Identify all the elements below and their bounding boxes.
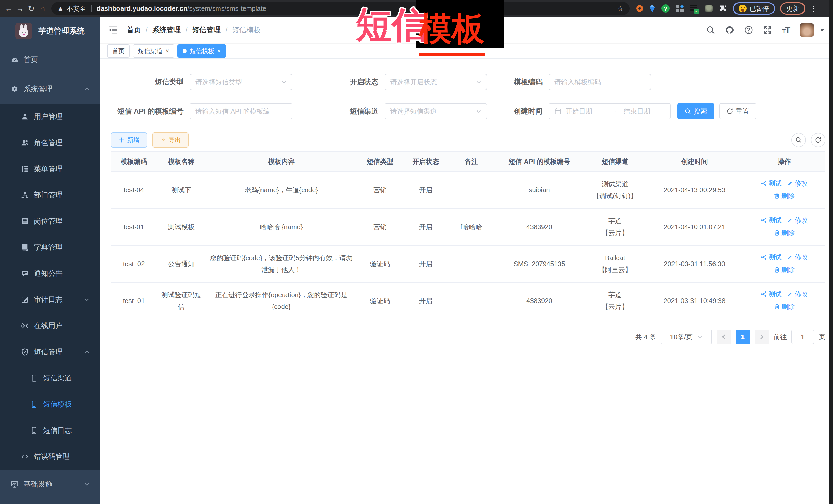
export-button[interactable]: 导出 <box>152 132 189 148</box>
chevron-down-icon[interactable] <box>820 27 825 32</box>
filter-input-1-0[interactable]: 请输入短信 API 的模板编 <box>190 103 292 119</box>
browser-reload-icon[interactable]: ↻ <box>26 4 37 13</box>
sidebar-item-sms-log[interactable]: 短信日志 <box>0 417 100 443</box>
page-size-select[interactable]: 10条/页 <box>661 330 712 344</box>
browser-update-button[interactable]: 更新 <box>780 2 805 15</box>
github-icon[interactable] <box>725 26 734 34</box>
tab-2-active[interactable]: 短信模板× <box>177 44 226 58</box>
column-header: 操作 <box>743 151 825 171</box>
sidebar-item-home[interactable]: 首页 <box>0 45 100 74</box>
edit-link[interactable]: 修改 <box>787 251 808 263</box>
test-link[interactable]: 测试 <box>761 288 782 300</box>
edit-icon <box>787 254 793 260</box>
fullscreen-icon[interactable] <box>763 26 772 34</box>
cell-name: 测试模板 <box>157 209 206 245</box>
shield-check-icon <box>21 348 29 356</box>
help-icon[interactable] <box>744 26 753 34</box>
sidebar-item-system[interactable]: 系统管理 <box>0 74 100 103</box>
bookmark-star-icon[interactable]: ☆ <box>617 4 623 13</box>
tab-0[interactable]: 首页 <box>107 44 130 58</box>
browser-back-icon[interactable]: ← <box>3 4 14 13</box>
search-icon[interactable] <box>706 26 715 34</box>
close-icon[interactable]: × <box>166 48 169 54</box>
user-avatar[interactable] <box>800 23 813 37</box>
ext-grid-icon[interactable] <box>676 4 684 13</box>
filter-select-0-0[interactable]: 请选择短信类型 <box>190 74 292 90</box>
delete-link[interactable]: 删除 <box>774 264 795 275</box>
paused-label: 已暂停 <box>750 4 769 13</box>
sidebar-item-dept-mgmt[interactable]: 部门管理 <box>0 182 100 208</box>
edit-link[interactable]: 修改 <box>787 177 808 189</box>
sidebar-item-post-mgmt[interactable]: 岗位管理 <box>0 208 100 234</box>
browser-menu-icon[interactable]: ⋮ <box>810 4 817 13</box>
filter-input-0-2[interactable]: 请输入模板编码 <box>549 74 651 90</box>
delete-link[interactable]: 删除 <box>774 190 795 202</box>
ext-kite-icon[interactable] <box>649 4 655 13</box>
profile-paused-button[interactable]: 已暂停 <box>733 2 775 15</box>
ext-y-icon[interactable]: y <box>662 4 670 13</box>
goto-page-input[interactable] <box>791 330 814 344</box>
tab-1[interactable]: 短信渠道× <box>133 44 174 58</box>
add-button[interactable]: 新增 <box>111 132 147 148</box>
sidebar-item-notice[interactable]: 通知公告 <box>0 261 100 287</box>
reset-button[interactable]: 重置 <box>719 103 756 119</box>
address-bar[interactable]: ▲ 不安全 dashboard.yudao.iocoder.cn/system/… <box>51 2 630 15</box>
org-tree-icon <box>21 191 29 199</box>
cell-created_at: 2021-04-13 00:29:53 <box>646 171 743 209</box>
browser-home-icon[interactable]: ⌂ <box>37 4 48 13</box>
sidebar-item-role-mgmt[interactable]: 角色管理 <box>0 130 100 156</box>
prev-page-button[interactable] <box>717 330 731 344</box>
toggle-search-button[interactable] <box>791 133 806 147</box>
ext-puzzle-icon[interactable] <box>719 5 727 12</box>
sidebar-item-audit-log[interactable]: 审计日志 <box>0 287 100 313</box>
sidebar-item-online-user[interactable]: 在线用户 <box>0 313 100 339</box>
delete-link[interactable]: 删除 <box>774 227 795 239</box>
trash-icon <box>774 193 780 199</box>
app-logo[interactable]: 芋道管理系统 <box>0 17 100 45</box>
filter-daterange-1-2[interactable]: 开始日期-结束日期 <box>549 103 671 119</box>
breadcrumb-system[interactable]: 系统管理 <box>152 25 181 35</box>
edit-icon <box>787 180 793 186</box>
sidebar-item-sms-template[interactable]: 短信模板 <box>0 391 100 417</box>
refresh-button[interactable] <box>811 133 825 147</box>
browser-forward-icon[interactable]: → <box>14 4 26 13</box>
current-page-button[interactable]: 1 <box>736 330 750 344</box>
ext-on-icon[interactable]: on <box>690 4 699 13</box>
breadcrumb-sms[interactable]: 短信管理 <box>192 25 221 35</box>
sidebar-item-infra[interactable]: 基础设施 <box>0 470 100 499</box>
cell-code: test_02 <box>111 245 157 282</box>
sidebar-item-sms-channel[interactable]: 短信渠道 <box>0 365 100 391</box>
sidebar-item-dict-mgmt[interactable]: 字典管理 <box>0 234 100 261</box>
edit-link[interactable]: 修改 <box>787 214 808 226</box>
sidebar-item-user-mgmt[interactable]: 用户管理 <box>0 103 100 130</box>
breadcrumb-home[interactable]: 首页 <box>127 25 141 35</box>
test-link[interactable]: 测试 <box>761 177 782 189</box>
next-page-button[interactable] <box>755 330 769 344</box>
sidebar-item-sms-mgmt[interactable]: 短信管理 <box>0 339 100 365</box>
chevron-down-icon <box>697 334 703 340</box>
sidebar: 芋道管理系统 首页系统管理用户管理角色管理菜单管理部门管理岗位管理字典管理通知公… <box>0 17 100 504</box>
ext-ring-icon[interactable] <box>636 5 643 12</box>
cell-content: 老鸡{name}，牛逼{code} <box>206 171 357 209</box>
collapse-sidebar-icon[interactable] <box>108 26 118 34</box>
code-icon <box>21 453 29 460</box>
test-link[interactable]: 测试 <box>761 251 782 263</box>
ext-pet-icon[interactable] <box>705 5 713 12</box>
sidebar-item-error-code[interactable]: 错误码管理 <box>0 443 100 470</box>
cell-remark <box>448 245 494 282</box>
close-icon[interactable]: × <box>217 48 221 54</box>
cell-actions: 测试修改删除 <box>743 282 825 319</box>
font-size-icon[interactable]: TT <box>782 25 790 35</box>
calendar-icon <box>554 108 562 115</box>
chevron-up-icon <box>84 349 90 355</box>
search-button[interactable]: 搜索 <box>677 103 714 119</box>
screen: ← → ↻ ⌂ ▲ 不安全 dashboard.yudao.iocoder.cn… <box>0 0 833 504</box>
cell-created_at: 2021-04-10 01:07:21 <box>646 209 743 245</box>
page-content: 短信类型请选择短信类型开启状态请选择开启状态模板编码请输入模板编码短信 API … <box>100 59 833 504</box>
delete-link[interactable]: 删除 <box>774 301 795 312</box>
cell-channel: Ballcat【阿里云】 <box>584 245 646 282</box>
edit-link[interactable]: 修改 <box>787 288 808 300</box>
test-link[interactable]: 测试 <box>761 214 782 226</box>
sidebar-item-menu-mgmt[interactable]: 菜单管理 <box>0 156 100 182</box>
share-icon <box>761 180 767 186</box>
